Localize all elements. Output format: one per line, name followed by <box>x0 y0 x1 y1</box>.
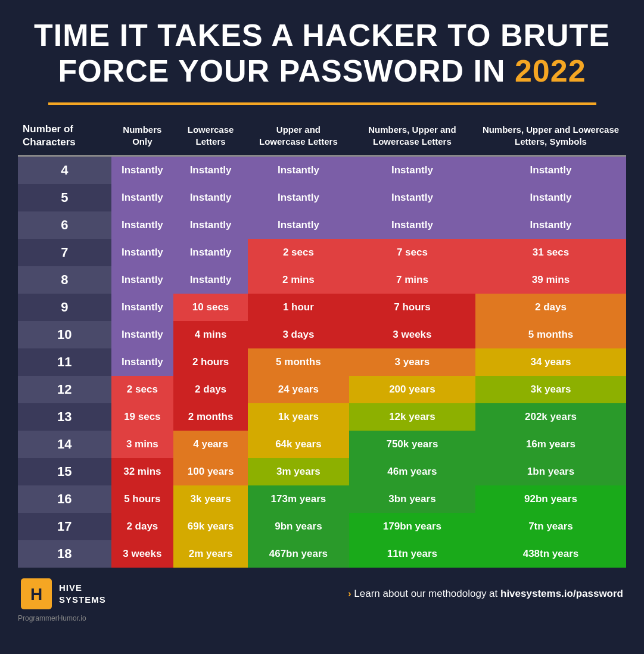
table-row: 7InstantlyInstantly2 secs7 secs31 secs <box>18 239 626 266</box>
logo-text: HIVE SYSTEMS <box>59 582 106 605</box>
char-count-cell: 4 <box>18 157 111 184</box>
data-cell: 200 years <box>349 376 475 403</box>
data-cell: 34 years <box>475 348 626 376</box>
data-cell: 3 years <box>349 348 475 376</box>
char-count-cell: 18 <box>18 540 111 568</box>
data-cell: 39 mins <box>475 266 626 294</box>
data-cell: 32 mins <box>111 458 174 485</box>
header-lowercase: Lowercase Letters <box>173 117 248 155</box>
data-cell: 19 secs <box>111 403 174 431</box>
data-cell: 11tn years <box>349 540 475 568</box>
table-row: 165 hours3k years173m years3bn years92bn… <box>18 485 626 513</box>
data-cell: 1 hour <box>248 294 349 321</box>
table-row: 143 mins4 years64k years750k years16m ye… <box>18 431 626 458</box>
data-cell: 4 mins <box>173 321 248 348</box>
char-count-cell: 9 <box>18 294 111 321</box>
title-underline <box>48 102 596 105</box>
data-cell: 1k years <box>248 403 349 431</box>
char-count-cell: 14 <box>18 431 111 458</box>
data-cell: Instantly <box>173 239 248 266</box>
char-count-cell: 12 <box>18 376 111 403</box>
data-cell: 3 weeks <box>111 540 174 568</box>
data-cell: 2 secs <box>248 239 349 266</box>
data-cell: 31 secs <box>475 239 626 266</box>
data-cell: 202k years <box>475 403 626 431</box>
data-cell: 69k years <box>173 513 248 540</box>
data-cell: 16m years <box>475 431 626 458</box>
table-wrapper: Number of Characters Numbers Only Lowerc… <box>18 117 626 568</box>
logo-area: H HIVE SYSTEMS <box>21 578 106 609</box>
data-cell: 2m years <box>173 540 248 568</box>
data-cell: 7 secs <box>349 239 475 266</box>
data-cell: 100 years <box>173 458 248 485</box>
data-cell: 92bn years <box>475 485 626 513</box>
table-row: 11Instantly2 hours5 months3 years34 year… <box>18 348 626 376</box>
data-cell: Instantly <box>111 239 174 266</box>
data-cell: 467bn years <box>248 540 349 568</box>
table-row: 183 weeks2m years467bn years11tn years43… <box>18 540 626 568</box>
footer: H HIVE SYSTEMS › Learn about our methodo… <box>18 578 626 609</box>
data-cell: Instantly <box>173 157 248 184</box>
main-title: TIME IT TAKES A HACKER TO BRUTE FORCE YO… <box>34 18 610 89</box>
table-row: 172 days69k years9bn years179bn years7tn… <box>18 513 626 540</box>
table-row: 8InstantlyInstantly2 mins7 mins39 mins <box>18 266 626 294</box>
data-cell: 2 days <box>173 376 248 403</box>
char-count-cell: 11 <box>18 348 111 376</box>
header-upper-lower: Upper and Lowercase Letters <box>248 117 349 155</box>
data-cell: 2 months <box>173 403 248 431</box>
password-table: Number of Characters Numbers Only Lowerc… <box>18 117 626 568</box>
watermark: ProgrammerHumor.io <box>18 614 626 622</box>
data-cell: 3bn years <box>349 485 475 513</box>
data-cell: 5 months <box>475 321 626 348</box>
data-cell: 3m years <box>248 458 349 485</box>
data-cell: Instantly <box>111 348 174 376</box>
char-count-cell: 6 <box>18 211 111 239</box>
data-cell: 4 years <box>173 431 248 458</box>
data-cell: Instantly <box>349 184 475 211</box>
data-cell: 1bn years <box>475 458 626 485</box>
data-cell: 7tn years <box>475 513 626 540</box>
data-cell: Instantly <box>111 266 174 294</box>
data-cell: 438tn years <box>475 540 626 568</box>
data-cell: 2 mins <box>248 266 349 294</box>
data-cell: 3 weeks <box>349 321 475 348</box>
table-row: 9Instantly10 secs1 hour7 hours2 days <box>18 294 626 321</box>
data-cell: Instantly <box>111 157 174 184</box>
data-cell: 2 hours <box>173 348 248 376</box>
data-cell: Instantly <box>248 211 349 239</box>
data-cell: Instantly <box>173 184 248 211</box>
data-cell: Instantly <box>111 294 174 321</box>
data-cell: 5 hours <box>111 485 174 513</box>
footer-link: › Learn about our methodology at hivesys… <box>348 588 623 600</box>
table-row: 6InstantlyInstantlyInstantlyInstantlyIns… <box>18 211 626 239</box>
char-count-cell: 17 <box>18 513 111 540</box>
data-cell: Instantly <box>475 157 626 184</box>
data-cell: Instantly <box>349 211 475 239</box>
table-header-row: Number of Characters Numbers Only Lowerc… <box>18 117 626 155</box>
char-count-cell: 5 <box>18 184 111 211</box>
data-cell: Instantly <box>248 157 349 184</box>
data-cell: Instantly <box>475 184 626 211</box>
data-cell: 64k years <box>248 431 349 458</box>
data-cell: Instantly <box>173 211 248 239</box>
header-num-upper-lower-sym: Numbers, Upper and Lowercase Letters, Sy… <box>475 117 626 155</box>
char-count-cell: 10 <box>18 321 111 348</box>
data-cell: 3k years <box>475 376 626 403</box>
data-cell: 3 mins <box>111 431 174 458</box>
char-count-cell: 13 <box>18 403 111 431</box>
data-cell: 2 days <box>475 294 626 321</box>
table-row: 10Instantly4 mins3 days3 weeks5 months <box>18 321 626 348</box>
data-cell: 7 hours <box>349 294 475 321</box>
table-row: 4InstantlyInstantlyInstantlyInstantlyIns… <box>18 157 626 184</box>
data-cell: 7 mins <box>349 266 475 294</box>
data-cell: 46m years <box>349 458 475 485</box>
data-cell: Instantly <box>349 157 475 184</box>
data-cell: 2 secs <box>111 376 174 403</box>
data-cell: 24 years <box>248 376 349 403</box>
data-cell: 12k years <box>349 403 475 431</box>
data-cell: 9bn years <box>248 513 349 540</box>
table-row: 122 secs2 days24 years200 years3k years <box>18 376 626 403</box>
data-cell: 5 months <box>248 348 349 376</box>
table-row: 1532 mins100 years3m years46m years1bn y… <box>18 458 626 485</box>
data-cell: 3 days <box>248 321 349 348</box>
